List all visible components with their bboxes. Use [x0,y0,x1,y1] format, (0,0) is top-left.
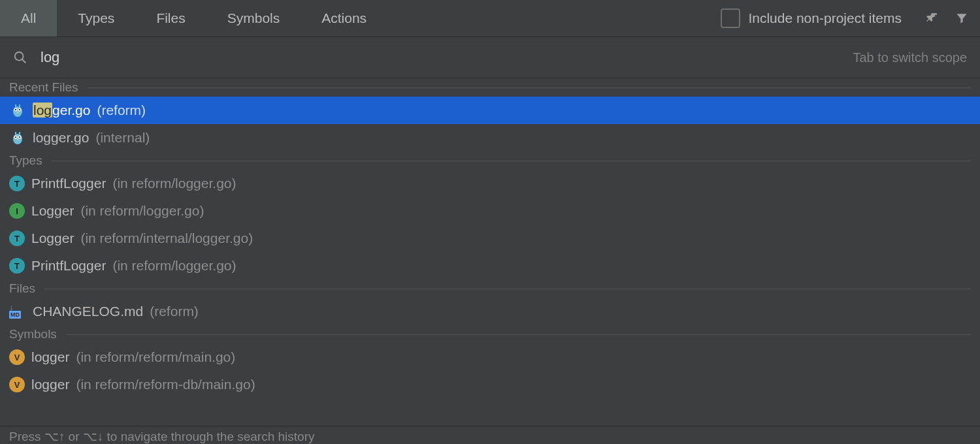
divider [44,289,971,289]
item-name: logger.go [33,130,89,146]
svg-line-1 [22,59,26,63]
list-item[interactable]: logger.go (reform) [0,97,980,124]
list-item[interactable]: V logger (in reform/reform-db/main.go) [0,371,980,398]
variable-icon: V [9,377,25,392]
section-recent-files: Recent Files [0,78,980,97]
svg-point-6 [19,109,20,110]
item-location: (in reform/logger.go) [80,203,204,219]
list-item[interactable]: T PrintfLogger (in reform/logger.go) [0,252,980,279]
svg-point-13 [15,136,16,138]
section-title: Files [9,281,35,296]
list-item[interactable]: V logger (in reform/reform/main.go) [0,343,980,371]
pin-icon[interactable] [917,5,943,31]
item-location: (in reform/reform-db/main.go) [76,377,255,392]
variable-icon: V [9,349,25,365]
section-symbols: Symbols [0,325,980,343]
list-item[interactable]: I Logger (in reform/logger.go) [0,197,980,225]
go-file-icon [9,102,26,119]
svg-rect-9 [19,104,20,107]
interface-icon: I [9,203,25,219]
svg-point-7 [17,112,19,113]
search-row: Tab to switch scope [0,37,980,78]
search-icon [13,50,27,65]
item-location: (reform) [150,304,199,319]
svg-rect-8 [15,104,16,107]
divider [66,334,971,335]
item-name: PrintfLogger [31,176,106,191]
tab-symbols[interactable]: Symbols [206,0,301,37]
item-name: logger.go [33,103,90,118]
tab-types[interactable]: Types [57,0,135,37]
svg-point-5 [15,109,16,110]
item-name: Logger [31,203,74,219]
item-name: logger [31,377,69,392]
list-item[interactable]: T Logger (in reform/internal/logger.go) [0,225,980,252]
footer-hint: Press ⌥↑ or ⌥↓ to navigate through the s… [0,426,980,444]
tab-actions[interactable]: Actions [301,0,387,37]
divider [52,161,971,161]
item-name: Logger [31,230,74,246]
item-location: (in reform/logger.go) [112,176,236,191]
include-nonproject-checkbox[interactable]: Include non-project items [721,8,902,28]
section-title: Recent Files [9,80,78,95]
search-tabs: All Types Files Symbols Actions Include … [0,0,980,37]
tab-all[interactable]: All [0,0,57,37]
item-location: (in reform/reform/main.go) [76,349,235,365]
item-location: (in reform/internal/logger.go) [80,230,253,246]
section-files: Files [0,279,980,298]
type-icon: T [9,258,25,274]
item-location: (internal) [95,130,150,146]
scope-hint: Tab to switch scope [853,50,967,65]
go-file-icon [9,129,26,146]
checkbox-box [721,8,740,28]
item-name: PrintfLogger [31,258,106,274]
search-input[interactable] [39,48,842,67]
section-types: Types [0,151,980,170]
svg-point-15 [17,139,19,140]
tab-files[interactable]: Files [135,0,206,37]
section-title: Types [9,153,42,168]
svg-rect-17 [19,132,20,135]
list-item[interactable]: logger.go (internal) [0,124,980,151]
include-label: Include non-project items [748,10,902,26]
section-title: Symbols [9,327,57,341]
svg-point-14 [19,136,20,138]
item-name: CHANGELOG.md [33,304,143,319]
list-item[interactable]: T PrintfLogger (in reform/logger.go) [0,170,980,197]
item-name: logger [31,349,69,365]
svg-point-0 [15,52,24,61]
filter-icon[interactable] [949,5,975,31]
item-location: (in reform/logger.go) [112,258,236,274]
svg-rect-16 [15,132,16,135]
list-item[interactable]: ↓ MD CHANGELOG.md (reform) [0,298,980,325]
item-location: (reform) [97,103,146,118]
type-icon: T [9,176,25,191]
results-list: Recent Files logger.go (reform) logger.g… [0,78,980,426]
footer-text: Press ⌥↑ or ⌥↓ to navigate through the s… [9,429,315,444]
divider [88,87,971,88]
markdown-file-icon: ↓ MD [9,303,26,320]
type-icon: T [9,230,25,246]
